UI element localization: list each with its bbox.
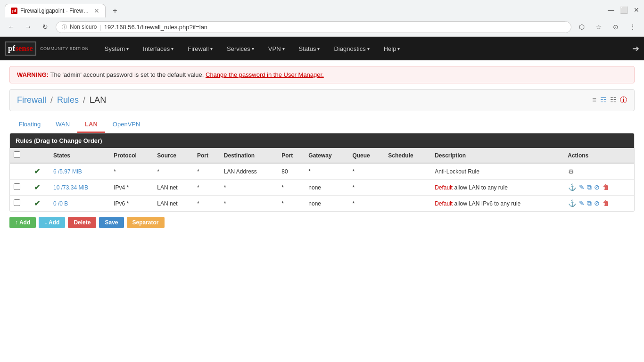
cast-icon[interactable]: ⬡ <box>575 20 588 33</box>
nav-help[interactable]: Help ▾ <box>377 40 407 58</box>
add-top-button[interactable]: ↑ Add <box>9 217 36 228</box>
url-text[interactable]: 192.168.56.1/firewall_rules.php?if=lan <box>104 24 565 31</box>
delete-action-icon[interactable]: 🗑 <box>603 183 609 191</box>
back-button[interactable]: ← <box>5 20 18 33</box>
tab-favicon: pf <box>11 8 17 14</box>
help-icon[interactable]: ⓘ <box>620 96 627 105</box>
window-controls: — ⬜ ✕ <box>608 6 639 16</box>
chart-icon[interactable]: ☶ <box>600 96 606 105</box>
row-checkbox-cell <box>10 163 30 180</box>
tab-openvpn[interactable]: OpenVPN <box>105 117 148 133</box>
row-schedule-cell <box>384 180 431 196</box>
table-row: ✔ 0 /0 B IPv6 * LAN net * * * none * Def… <box>10 196 634 212</box>
save-button[interactable]: Save <box>99 217 124 228</box>
states-link[interactable]: 6 /5.97 MiB <box>53 168 82 175</box>
list-icon[interactable]: ☷ <box>610 96 616 105</box>
chevron-down-icon: ▾ <box>210 46 213 51</box>
warning-link[interactable]: Change the password in the User Manager. <box>206 71 324 78</box>
browser-address-bar: ← → ↻ ⓘ Non sicuro | 192.168.56.1/firewa… <box>0 17 644 36</box>
delete-button[interactable]: Delete <box>68 217 96 228</box>
col-description: Description <box>431 148 564 163</box>
browser-tab[interactable]: pf Firewall.gigapoint - Firewall: Rule ✕ <box>5 4 106 17</box>
filter-icon[interactable]: ≡ <box>592 96 596 105</box>
row-checkbox[interactable] <box>14 199 20 206</box>
header-icons: ≡ ☶ ☷ ⓘ <box>592 96 627 105</box>
row-source-port-cell: * <box>193 196 220 212</box>
row-queue-cell: * <box>348 163 384 180</box>
copy-action-icon[interactable]: ⧉ <box>587 183 592 191</box>
row-source-port-cell: * <box>193 163 220 180</box>
row-description-cell: Default allow LAN IPv6 to any rule <box>431 196 564 212</box>
page-content: Firewall / Rules / LAN ≡ ☶ ☷ ⓘ Floating … <box>0 89 644 238</box>
col-actions: Actions <box>564 148 634 163</box>
row-protocol-cell: * <box>110 163 153 180</box>
nav-services[interactable]: Services ▾ <box>220 40 261 58</box>
nav-firewall[interactable]: Firewall ▾ <box>181 40 219 58</box>
enabled-check-icon: ✔ <box>34 199 40 207</box>
chevron-down-icon: ▾ <box>282 46 285 51</box>
bookmark-icon[interactable]: ☆ <box>592 20 605 33</box>
logo-edition: COMMUNITY EDITION <box>40 46 89 51</box>
row-gateway-cell: none <box>305 180 348 196</box>
disable-action-icon[interactable]: ⊘ <box>594 199 600 207</box>
row-schedule-cell <box>384 196 431 212</box>
interface-tabs: Floating WAN LAN OpenVPN <box>9 117 635 133</box>
bottom-action-buttons: ↑ Add ↓ Add Delete Save Separator <box>9 217 635 228</box>
close-window-button[interactable]: ✕ <box>634 6 639 14</box>
gear-action-icon[interactable]: ⚙ <box>568 168 574 175</box>
nav-items: System ▾ Interfaces ▾ Firewall ▾ Service… <box>98 40 632 58</box>
warning-text: The 'admin' account password is set to t… <box>50 71 206 78</box>
row-destination-cell: * <box>220 196 278 212</box>
row-states-cell: 6 /5.97 MiB <box>50 163 110 180</box>
breadcrumb-firewall[interactable]: Firewall <box>17 95 46 105</box>
new-tab-button[interactable]: + <box>108 4 122 17</box>
forward-button[interactable]: → <box>22 20 35 33</box>
select-all-checkbox[interactable] <box>14 151 20 158</box>
row-enabled-cell: ✔ <box>30 196 50 212</box>
warning-banner: WARNING: The 'admin' account password is… <box>9 66 635 83</box>
minimize-button[interactable]: — <box>608 6 614 14</box>
states-link[interactable]: 10 /73.34 MiB <box>53 184 88 191</box>
col-queue: Queue <box>348 148 384 163</box>
nav-interfaces[interactable]: Interfaces ▾ <box>136 40 180 58</box>
breadcrumb-lan: LAN <box>90 95 106 105</box>
security-label: Non sicuro <box>70 24 97 30</box>
row-gateway-cell: none <box>305 196 348 212</box>
add-bottom-button[interactable]: ↓ Add <box>39 217 65 228</box>
copy-action-icon[interactable]: ⧉ <box>587 199 592 207</box>
nav-system[interactable]: System ▾ <box>98 40 135 58</box>
maximize-button[interactable]: ⬜ <box>620 6 628 14</box>
separator-button[interactable]: Separator <box>127 217 165 228</box>
chevron-down-icon: ▾ <box>367 46 370 51</box>
rules-table: States Protocol Source Port Destination … <box>10 148 634 212</box>
menu-icon[interactable]: ⋮ <box>626 20 639 33</box>
edit-action-icon[interactable]: ✎ <box>579 199 585 207</box>
row-queue-cell: * <box>348 180 384 196</box>
tab-wan[interactable]: WAN <box>48 117 77 133</box>
page-header: Firewall / Rules / LAN ≡ ☶ ☷ ⓘ <box>9 89 635 111</box>
url-bar[interactable]: ⓘ Non sicuro | 192.168.56.1/firewall_rul… <box>56 21 571 33</box>
delete-action-icon[interactable]: 🗑 <box>603 199 609 207</box>
row-actions-cell: ⚙ <box>564 163 634 180</box>
row-checkbox[interactable] <box>14 183 20 190</box>
col-source-port: Port <box>193 148 220 163</box>
nav-vpn[interactable]: VPN ▾ <box>262 40 291 58</box>
profile-icon[interactable]: ⊙ <box>609 20 622 33</box>
anchor-action-icon[interactable]: ⚓ <box>568 199 576 207</box>
states-link[interactable]: 0 /0 B <box>53 200 68 207</box>
anchor-action-icon[interactable]: ⚓ <box>568 183 576 191</box>
logout-icon[interactable]: ➔ <box>632 43 639 54</box>
col-checkbox <box>10 148 30 163</box>
refresh-button[interactable]: ↻ <box>39 20 52 33</box>
row-source-cell: LAN net <box>153 196 193 212</box>
edit-action-icon[interactable]: ✎ <box>579 183 585 191</box>
nav-diagnostics[interactable]: Diagnostics ▾ <box>327 40 376 58</box>
tab-lan[interactable]: LAN <box>77 117 105 133</box>
disable-action-icon[interactable]: ⊘ <box>594 183 600 191</box>
chevron-down-icon: ▾ <box>171 46 173 51</box>
tab-floating[interactable]: Floating <box>11 117 48 133</box>
breadcrumb-rules[interactable]: Rules <box>57 95 79 105</box>
tab-close-button[interactable]: ✕ <box>94 7 99 15</box>
col-protocol: Protocol <box>110 148 153 163</box>
nav-status[interactable]: Status ▾ <box>292 40 327 58</box>
